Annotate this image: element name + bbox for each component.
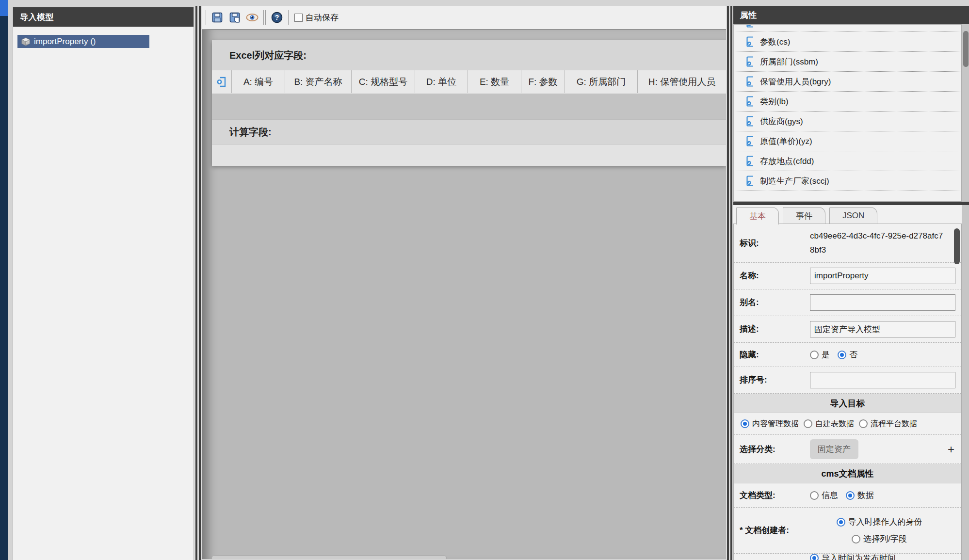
save-as-icon xyxy=(229,12,241,23)
help-button[interactable]: ? xyxy=(271,11,283,24)
side-accent-bar xyxy=(0,0,8,560)
properties-panel-title: 属性 xyxy=(733,6,969,24)
column-drop-zone[interactable] xyxy=(212,93,726,119)
order-label: 排序号: xyxy=(740,373,810,386)
list-item[interactable]: 类别(lb) xyxy=(734,92,961,112)
creator-radio-operator[interactable]: 导入时操作人的身份 xyxy=(837,516,922,528)
id-value: cb49ee62-4d3c-4fc7-925e-d278afc78bf3 xyxy=(810,229,946,257)
preview-eye-icon xyxy=(246,13,258,22)
list-item[interactable]: 供应商(gys) xyxy=(734,112,961,131)
import-target-header: 导入目标 xyxy=(734,394,961,413)
doctype-label: 文档类型: xyxy=(740,489,810,502)
partial-radio[interactable]: 导入时间为发布时间 xyxy=(810,554,896,560)
properties-scrollbar-track[interactable] xyxy=(962,24,969,560)
hidden-radio-no[interactable]: 否 xyxy=(838,349,857,360)
alias-input[interactable] xyxy=(810,294,955,311)
category-button[interactable]: 固定资产 xyxy=(810,439,858,459)
list-item[interactable]: 制造生产厂家(sccj) xyxy=(734,171,961,191)
excel-columns-header: Excel列对应字段: xyxy=(212,40,726,70)
tab-events[interactable]: 事件 xyxy=(783,207,825,224)
list-item[interactable]: 保管使用人员(bgry) xyxy=(734,72,961,92)
list-item[interactable]: 存放地点(cfdd) xyxy=(734,151,961,171)
field-label: 类别(lb) xyxy=(760,96,789,107)
tab-json[interactable]: JSON xyxy=(829,207,877,224)
app-window: 导入模型 importProperty () xyxy=(0,0,969,560)
document-check-icon xyxy=(745,24,755,28)
alias-label: 别名: xyxy=(740,296,810,309)
doctype-radio-info[interactable]: 信息 xyxy=(810,490,838,501)
properties-scrollbar-thumb[interactable] xyxy=(963,31,969,67)
designer-area: ? 自动保存 Excel列对应字段: xyxy=(202,6,726,560)
calc-fields-drop-zone[interactable] xyxy=(212,144,726,166)
description-label: 描述: xyxy=(740,322,810,336)
hidden-label: 隐藏: xyxy=(740,348,810,361)
document-check-icon xyxy=(745,176,755,186)
horizontal-scrollbar[interactable] xyxy=(211,555,447,559)
calc-fields-header: 计算字段: xyxy=(212,119,726,144)
properties-panel: 属性 参数(cs) 所属部门(ssbm) xyxy=(733,6,969,560)
order-input[interactable] xyxy=(810,372,955,388)
designer-toolbar: ? 自动保存 xyxy=(202,6,726,30)
save-button[interactable] xyxy=(211,11,224,24)
tree-item-label: importProperty () xyxy=(34,37,96,47)
excel-column-d[interactable]: D: 单位 xyxy=(415,70,468,93)
designer-canvas: Excel列对应字段: A: 编号 B: 资产名称 C: 规格型号 D: 单位 … xyxy=(202,30,726,559)
document-check-icon xyxy=(745,96,755,107)
tree-item-importproperty[interactable]: importProperty () xyxy=(17,35,149,48)
right-splitter[interactable] xyxy=(726,6,733,560)
tab-basic[interactable]: 基本 xyxy=(736,207,779,224)
form-scrollbar-thumb[interactable] xyxy=(954,228,960,264)
excel-column-f[interactable]: F: 参数 xyxy=(521,70,565,93)
preview-button[interactable] xyxy=(246,11,258,24)
field-label: 保管使用人员(bgry) xyxy=(760,76,831,87)
accent-blue-block xyxy=(0,0,8,16)
excel-column-b[interactable]: B: 资产名称 xyxy=(285,70,351,93)
field-label: 所属部门(ssbm) xyxy=(760,56,818,67)
list-item-partial[interactable] xyxy=(734,25,961,32)
basic-tab-form: 标识: cb49ee62-4d3c-4fc7-925e-d278afc78bf3… xyxy=(733,224,962,560)
field-label: 存放地点(cfdd) xyxy=(760,156,814,167)
excel-column-a[interactable]: A: 编号 xyxy=(231,70,285,93)
target-radio-cms[interactable]: 内容管理数据 xyxy=(741,419,799,429)
target-radio-flow[interactable]: 流程平台数据 xyxy=(859,419,917,429)
excel-column-e[interactable]: E: 数量 xyxy=(468,70,521,93)
autosave-label: 自动保存 xyxy=(306,12,339,23)
excel-column-g[interactable]: G: 所属部门 xyxy=(565,70,637,93)
autosave-control: 自动保存 xyxy=(294,12,339,23)
category-label: 选择分类: xyxy=(740,443,810,456)
panel-divider xyxy=(733,202,969,205)
hidden-radio-yes[interactable]: 是 xyxy=(810,349,830,360)
toolbar-separator xyxy=(265,10,266,25)
description-input[interactable] xyxy=(810,321,955,337)
creator-radio-column[interactable]: 选择列/字段 xyxy=(852,533,907,544)
import-model-panel-title: 导入模型 xyxy=(13,7,194,27)
autosave-checkbox[interactable] xyxy=(294,14,303,22)
list-item[interactable]: 所属部门(ssbm) xyxy=(734,52,961,72)
excel-column-h[interactable]: H: 保管使用人员 xyxy=(637,70,726,93)
doctype-radio-data[interactable]: 数据 xyxy=(846,490,874,501)
document-check-icon xyxy=(745,116,755,127)
document-check-icon xyxy=(745,76,755,87)
toolbar-separator xyxy=(263,10,264,25)
name-label: 名称: xyxy=(740,269,810,282)
document-check-icon xyxy=(745,136,755,146)
save-as-button[interactable] xyxy=(228,11,241,24)
target-radio-table[interactable]: 自建表数据 xyxy=(804,419,854,429)
left-splitter[interactable] xyxy=(194,6,202,560)
add-column-button[interactable] xyxy=(212,70,231,93)
help-icon: ? xyxy=(271,12,283,23)
name-input[interactable] xyxy=(810,268,955,284)
svg-text:?: ? xyxy=(275,14,279,21)
properties-tabs: 基本 事件 JSON xyxy=(736,207,877,224)
list-item[interactable]: 参数(cs) xyxy=(734,32,961,52)
property-field-list: 参数(cs) 所属部门(ssbm) 保管使用人员(bgry) 类别(lb) 供应… xyxy=(733,24,962,202)
field-label: 供应商(gys) xyxy=(760,116,803,127)
excel-column-c[interactable]: C: 规格型号 xyxy=(351,70,415,93)
import-model-panel: 导入模型 importProperty () xyxy=(13,7,194,560)
excel-columns-row: A: 编号 B: 资产名称 C: 规格型号 D: 单位 E: 数量 F: 参数 … xyxy=(212,70,726,93)
list-item[interactable]: 原值(单价)(yz) xyxy=(734,131,961,151)
document-check-icon xyxy=(745,36,755,47)
import-model-card: Excel列对应字段: A: 编号 B: 资产名称 C: 规格型号 D: 单位 … xyxy=(212,40,726,166)
toolbar-separator xyxy=(288,10,289,25)
add-category-button[interactable]: + xyxy=(948,444,956,455)
